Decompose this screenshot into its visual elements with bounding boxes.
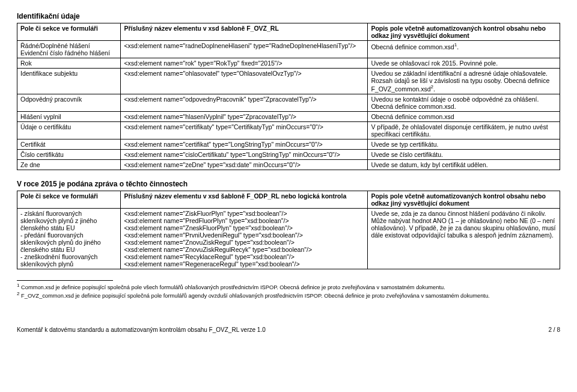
cell-pole: Odpovědný pracovník (17, 94, 121, 111)
table-header-row: Pole či sekce ve formuláři Příslušný náz… (17, 191, 560, 208)
table-cinnosti-2015: Pole či sekce ve formuláři Příslušný náz… (17, 191, 560, 269)
table-row: Ze dne<xsd:element name="zeDne" type="xs… (17, 159, 560, 170)
cell-popis: Uvede se ohlašovací rok 2015. Povinné po… (368, 58, 560, 69)
col-header: Pole či sekce ve formuláři (17, 191, 121, 208)
footnote-text: F_OVZ_common.xsd je definice popisující … (19, 293, 489, 299)
cell-popis: Uvede se číslo certifikátu. (368, 149, 560, 159)
table-row: Certifikát<xsd:element name="certifikat"… (17, 139, 560, 149)
cell-pole: - získání fluorovaných skleníkových plyn… (17, 208, 121, 269)
cell-element: <xsd:element name="rok" type="RokTyp" fi… (121, 58, 368, 69)
cell-pole: Certifikát (17, 139, 121, 149)
table-header-row: Pole či sekce ve formuláři Příslušný náz… (17, 23, 560, 41)
cell-popis: Uvedou se kontaktní údaje o osobě odpově… (368, 94, 560, 111)
page-footer: Komentář k datovému standardu a automati… (17, 326, 560, 333)
cell-popis: Obecná definice common.xsd1. (368, 41, 560, 58)
cell-popis: Uvede se, zda je za danou činnost hlášen… (368, 208, 560, 269)
cell-pole: Číslo certifikátu (17, 149, 121, 159)
footnote-1: 1 Common.xsd je definice popisující spol… (17, 283, 560, 292)
col-header: Příslušný název elementu v xsd šabloně F… (121, 191, 368, 208)
col-header: Popis pole včetně automatizovaných kontr… (368, 23, 560, 41)
col-header: Popis pole včetně automatizovaných kontr… (368, 191, 560, 208)
table-row: - získání fluorovaných skleníkových plyn… (17, 208, 560, 269)
cell-element: <xsd:element name="zeDne" type="xsd:date… (121, 159, 368, 170)
table-identifikacni-udaje: Pole či sekce ve formuláři Příslušný náz… (17, 23, 560, 170)
cell-pole: Hlášení vyplnil (17, 111, 121, 121)
table-row: Údaje o certifikátu<xsd:element name="ce… (17, 121, 560, 139)
col-header: Příslušný název elementu v xsd šabloně F… (121, 23, 368, 41)
table-row: Hlášení vyplnil<xsd:element name="hlasen… (17, 111, 560, 121)
cell-popis: Uvede se typ certifikátu. (368, 139, 560, 149)
col-header: Pole či sekce ve formuláři (17, 23, 121, 41)
cell-popis: Obecná definice common.xsd (368, 111, 560, 121)
cell-element: <xsd:element name="ohlasovatel" type="Oh… (121, 69, 368, 94)
cell-pole: Identifikace subjektu (17, 69, 121, 94)
cell-pole: Rok (17, 58, 121, 69)
table-row: Řádné/Doplněné hlášení Evidenční číslo ř… (17, 41, 560, 58)
footnote-separator (17, 280, 113, 281)
section1-heading: Identifikační údaje (17, 12, 560, 20)
table-row: Odpovědný pracovník<xsd:element name="od… (17, 94, 560, 111)
footnote-2: 2 F_OVZ_common.xsd je definice popisujíc… (17, 291, 560, 300)
cell-popis: Uvedou se základní identifikační a adres… (368, 69, 560, 94)
cell-popis: V případě, že ohlašovatel disponuje cert… (368, 121, 560, 139)
cell-element: <xsd:element name="certifikaty" type="Ce… (121, 121, 368, 139)
table-row: Identifikace subjektu<xsd:element name="… (17, 69, 560, 94)
cell-popis: Uvede se datum, kdy byl certifikát uděle… (368, 159, 560, 170)
cell-element: <xsd:element name="radneDoplneneHlaseni"… (121, 41, 368, 58)
footnote-text: Common.xsd je definice popisující společ… (19, 284, 445, 290)
cell-pole: Údaje o certifikátu (17, 121, 121, 139)
section2-heading: V roce 2015 je podána zpráva o těchto či… (17, 180, 560, 188)
cell-element: <xsd:element name="cisloCertifikatu" typ… (121, 149, 368, 159)
cell-element: <xsd:element name="certifikat" type="Lon… (121, 139, 368, 149)
footer-right: 2 / 8 (549, 326, 560, 333)
cell-element: <xsd:element name="hlaseniVyplnil" type=… (121, 111, 368, 121)
cell-element: <xsd:element name="ZiskFluorPlyn" type="… (121, 208, 368, 269)
table-row: Rok<xsd:element name="rok" type="RokTyp"… (17, 58, 560, 69)
table-row: Číslo certifikátu<xsd:element name="cisl… (17, 149, 560, 159)
cell-pole: Ze dne (17, 159, 121, 170)
cell-pole: Řádné/Doplněné hlášení Evidenční číslo ř… (17, 41, 121, 58)
footer-left: Komentář k datovému standardu a automati… (17, 326, 266, 333)
cell-element: <xsd:element name="odpovednyPracovnik" t… (121, 94, 368, 111)
